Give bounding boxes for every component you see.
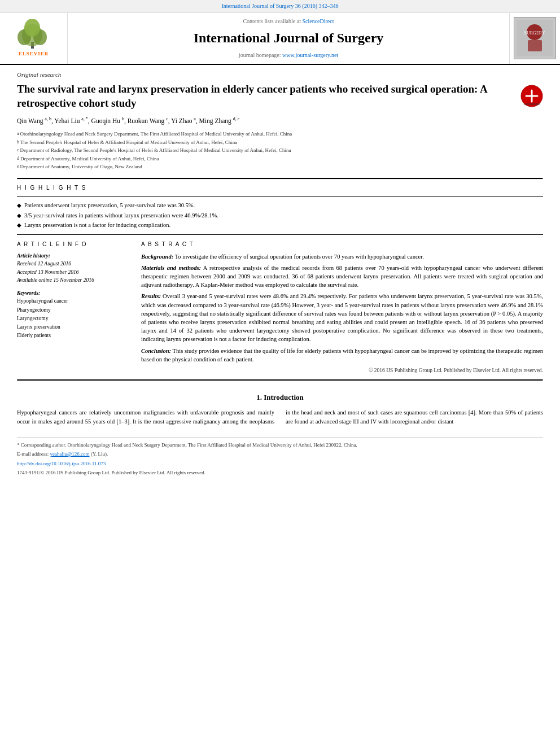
affiliation-a: a Otorhinolaryngology Head and Neck Surg… [17, 130, 543, 138]
authors: Qin Wang a, b, Yehai Liu a, *, Guoqin Hu… [17, 116, 543, 126]
affiliations: a Otorhinolaryngology Head and Neck Surg… [17, 130, 543, 171]
journal-homepage: journal homepage: www.journal-surgery.ne… [239, 51, 338, 59]
elsevier-tree-icon [14, 19, 54, 50]
svg-text:CrossMark: CrossMark [523, 102, 540, 106]
science-direct-link[interactable]: ScienceDirect [302, 18, 334, 24]
article-body-two-col: A R T I C L E I N F O Article history: R… [17, 241, 543, 375]
doi-link[interactable]: http://dx.doi.org/10.1016/j.ijsu.2016.11… [17, 461, 106, 466]
abstract-background: Background: To investigate the efficienc… [141, 252, 543, 261]
article-title-row: The survival rate and larynx preservatio… [17, 82, 543, 110]
citation-text: International Journal of Surgery 36 (201… [222, 3, 339, 9]
elsevier-text: ELSEVIER [19, 50, 49, 58]
intro-heading: 1. Introduction [17, 392, 543, 403]
article-info: A R T I C L E I N F O Article history: R… [17, 241, 130, 340]
bullet-icon-3: ◆ [17, 221, 21, 229]
email-link[interactable]: yeahaliu@126.com [50, 451, 89, 457]
intro-text: Hypopharyngeal cancers are relatively un… [17, 408, 543, 426]
bullet-icon-2: ◆ [17, 212, 21, 220]
surgery-logo-svg: SURGERY [517, 20, 553, 56]
highlight-1: ◆ Patients underwent larynx preservation… [17, 202, 543, 210]
elsevier-logo-area: ELSEVIER [0, 13, 68, 64]
journal-title-area: Contents lists available at ScienceDirec… [68, 13, 509, 64]
article-info-heading: A R T I C L E I N F O [17, 241, 130, 248]
keyword-2: Pharyngectomy [17, 306, 130, 314]
footnote-area: * Corresponding author. Otorhinolaryngol… [17, 438, 543, 477]
svg-text:SURGERY: SURGERY [524, 30, 545, 36]
abstract-methods: Materials and methods: A retrospective a… [141, 264, 543, 290]
divider-highlights-top [17, 196, 543, 197]
footnote-corresponding: * Corresponding author. Otorhinolaryngol… [17, 442, 543, 449]
main-content: Original research The survival rate and … [0, 65, 560, 484]
abstract-conclusion: Conclusion: This study provides evidence… [141, 347, 543, 364]
footnote-doi: http://dx.doi.org/10.1016/j.ijsu.2016.11… [17, 460, 543, 468]
affiliation-d: d Department of Anatomy, Medical Univers… [17, 155, 543, 163]
footnote-issn: 1743-9191/© 2016 IJS Publishing Group Lt… [17, 469, 543, 477]
col-left-article-info: A R T I C L E I N F O Article history: R… [17, 241, 130, 375]
affiliation-b: b The Second People's Hospital of Hefei … [17, 139, 543, 147]
keywords-section: Keywords: Hypopharyngeal cancer Pharynge… [17, 289, 130, 340]
bullet-icon: ◆ [17, 202, 21, 209]
col-right-abstract: A B S T R A C T Background: To investiga… [141, 241, 543, 375]
journal-logo-right: SURGERY [509, 13, 560, 64]
article-title: The survival rate and larynx preservatio… [17, 82, 520, 110]
divider-after-abstract [17, 379, 543, 381]
article-history: Article history: Received 12 August 2016… [17, 252, 130, 284]
divider-highlights-bottom [17, 234, 543, 235]
surgery-logo: SURGERY [514, 17, 556, 59]
introduction-section: 1. Introduction Hypopharyngeal cancers a… [17, 392, 543, 426]
svg-rect-7 [528, 40, 542, 51]
highlight-2: ◆ 3/5 year-survival rates in patients wi… [17, 212, 543, 220]
crossmark-icon: CrossMark [520, 85, 543, 107]
article-type: Original research [17, 71, 543, 79]
keyword-3: Laryngectomy [17, 314, 130, 323]
highlight-3: ◆ Larynx preservation is not a factor fo… [17, 221, 543, 230]
science-direct-line: Contents lists available at ScienceDirec… [243, 18, 334, 25]
abstract-copyright: © 2016 IJS Publishing Group Ltd. Publish… [141, 367, 543, 375]
keyword-1: Hypopharyngeal cancer [17, 297, 130, 305]
divider-after-affiliations [17, 178, 543, 180]
journal-homepage-link[interactable]: www.journal-surgery.net [282, 52, 338, 58]
affiliation-e: e Department of Anatomy, University of O… [17, 163, 543, 171]
svg-point-4 [24, 19, 40, 37]
keyword-5: Elderly patients [17, 331, 130, 340]
abstract-results: Results: Overall 3 year-and 5 year-survi… [141, 292, 543, 343]
highlights-section: H I G H L I G H T S ◆ Patients underwent… [17, 184, 543, 235]
journal-header: ELSEVIER Contents lists available at Sci… [0, 13, 560, 65]
citation-bar: International Journal of Surgery 36 (201… [0, 0, 560, 13]
affiliation-c: c Department of Radiology, The Second Pe… [17, 147, 543, 155]
abstract-heading: A B S T R A C T [141, 241, 543, 249]
highlights-heading: H I G H L I G H T S [17, 184, 543, 192]
journal-title: International Journal of Surgery [194, 29, 384, 48]
footnote-email: E-mail address: yeahaliu@126.com (Y. Liu… [17, 451, 543, 458]
page-wrapper: International Journal of Surgery 36 (201… [0, 0, 560, 747]
crossmark-badge: CrossMark [520, 85, 543, 107]
abstract: A B S T R A C T Background: To investiga… [141, 241, 543, 375]
keyword-4: Larynx preservation [17, 323, 130, 331]
